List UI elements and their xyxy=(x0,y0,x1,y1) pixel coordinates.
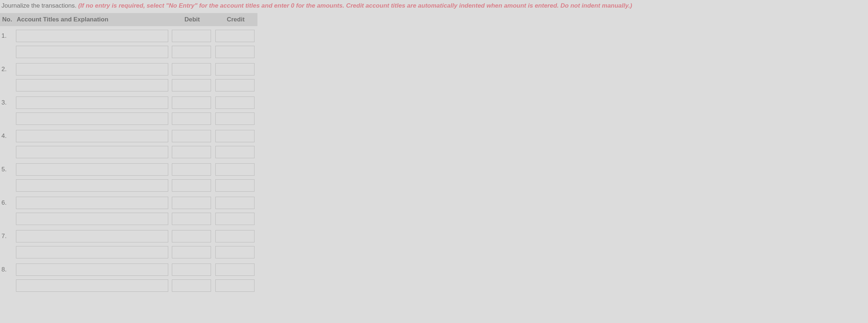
account-cell xyxy=(15,26,170,44)
journal-tbody: 1.2.3.4.5.6.7.8. xyxy=(0,26,257,293)
debit-input[interactable] xyxy=(172,246,211,258)
credit-input[interactable] xyxy=(215,30,255,42)
journal-row xyxy=(0,110,257,126)
entry-number: 5. xyxy=(0,160,15,177)
credit-cell xyxy=(214,93,257,110)
debit-input[interactable] xyxy=(172,197,211,209)
entry-number: 1. xyxy=(0,26,15,44)
credit-cell xyxy=(214,260,257,277)
entry-number xyxy=(0,44,15,60)
credit-input[interactable] xyxy=(215,79,255,91)
debit-input[interactable] xyxy=(172,163,211,176)
entry-number: 7. xyxy=(0,226,15,244)
debit-cell xyxy=(170,144,214,160)
credit-cell xyxy=(214,160,257,177)
debit-input[interactable] xyxy=(172,63,211,75)
account-cell xyxy=(15,210,170,226)
instruction-prefix: Journalize the transactions. xyxy=(1,2,78,9)
entry-number: 4. xyxy=(0,126,15,144)
account-title-input[interactable] xyxy=(16,230,168,242)
debit-input[interactable] xyxy=(172,263,211,276)
credit-input[interactable] xyxy=(215,146,255,158)
account-title-input[interactable] xyxy=(16,279,168,292)
journal-row xyxy=(0,244,257,260)
debit-input[interactable] xyxy=(172,79,211,91)
account-title-input[interactable] xyxy=(16,130,168,142)
instruction-emphasis: (If no entry is required, select "No Ent… xyxy=(78,2,632,9)
debit-cell xyxy=(170,110,214,126)
debit-cell xyxy=(170,77,214,93)
account-title-input[interactable] xyxy=(16,179,168,192)
account-title-input[interactable] xyxy=(16,30,168,42)
debit-input[interactable] xyxy=(172,46,211,58)
credit-cell xyxy=(214,226,257,244)
journal-row xyxy=(0,144,257,160)
credit-cell xyxy=(214,210,257,226)
credit-input[interactable] xyxy=(215,279,255,292)
credit-input[interactable] xyxy=(215,97,255,109)
account-cell xyxy=(15,60,170,77)
account-title-input[interactable] xyxy=(16,163,168,176)
credit-input[interactable] xyxy=(215,130,255,142)
account-title-input[interactable] xyxy=(16,263,168,276)
instruction-line: Journalize the transactions. (If no entr… xyxy=(0,0,868,13)
debit-cell xyxy=(170,93,214,110)
account-cell xyxy=(15,77,170,93)
credit-input[interactable] xyxy=(215,230,255,242)
header-debit: Debit xyxy=(170,13,214,26)
entry-number xyxy=(0,144,15,160)
journal-table: No. Account Titles and Explanation Debit… xyxy=(0,13,257,293)
account-title-input[interactable] xyxy=(16,146,168,158)
debit-cell xyxy=(170,60,214,77)
debit-input[interactable] xyxy=(172,30,211,42)
credit-input[interactable] xyxy=(215,63,255,75)
credit-input[interactable] xyxy=(215,246,255,258)
debit-cell xyxy=(170,177,214,193)
debit-cell xyxy=(170,226,214,244)
debit-cell xyxy=(170,160,214,177)
debit-input[interactable] xyxy=(172,97,211,109)
credit-input[interactable] xyxy=(215,213,255,225)
credit-input[interactable] xyxy=(215,197,255,209)
debit-cell xyxy=(170,260,214,277)
journal-row: 7. xyxy=(0,226,257,244)
credit-input[interactable] xyxy=(215,179,255,192)
credit-cell xyxy=(214,77,257,93)
credit-input[interactable] xyxy=(215,163,255,176)
credit-cell xyxy=(214,144,257,160)
account-title-input[interactable] xyxy=(16,113,168,125)
entry-number: 2. xyxy=(0,60,15,77)
debit-cell xyxy=(170,193,214,210)
account-title-input[interactable] xyxy=(16,46,168,58)
credit-input[interactable] xyxy=(215,113,255,125)
account-cell xyxy=(15,244,170,260)
debit-input[interactable] xyxy=(172,130,211,142)
debit-input[interactable] xyxy=(172,213,211,225)
credit-input[interactable] xyxy=(215,263,255,276)
debit-input[interactable] xyxy=(172,279,211,292)
credit-cell xyxy=(214,126,257,144)
account-title-input[interactable] xyxy=(16,246,168,258)
account-cell xyxy=(15,160,170,177)
account-title-input[interactable] xyxy=(16,197,168,209)
account-title-input[interactable] xyxy=(16,213,168,225)
debit-input[interactable] xyxy=(172,230,211,242)
header-credit: Credit xyxy=(214,13,257,26)
debit-input[interactable] xyxy=(172,146,211,158)
journal-row xyxy=(0,210,257,226)
entry-number xyxy=(0,110,15,126)
journal-row xyxy=(0,44,257,60)
credit-cell xyxy=(214,277,257,293)
account-title-input[interactable] xyxy=(16,97,168,109)
debit-input[interactable] xyxy=(172,113,211,125)
account-title-input[interactable] xyxy=(16,79,168,91)
header-no: No. xyxy=(0,13,15,26)
entry-number xyxy=(0,77,15,93)
debit-cell xyxy=(170,277,214,293)
entry-number xyxy=(0,210,15,226)
account-title-input[interactable] xyxy=(16,63,168,75)
journal-row: 5. xyxy=(0,160,257,177)
credit-input[interactable] xyxy=(215,46,255,58)
account-cell xyxy=(15,260,170,277)
debit-input[interactable] xyxy=(172,179,211,192)
